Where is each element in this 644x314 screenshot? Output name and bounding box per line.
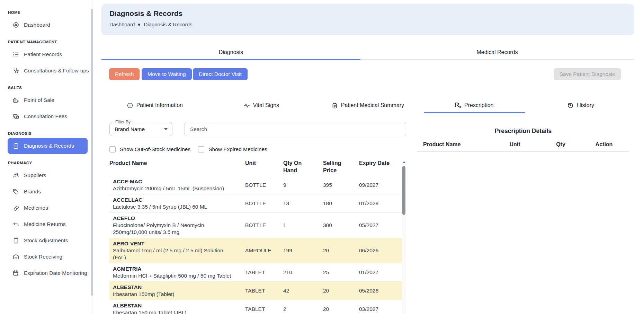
table-row[interactable]: ACEFLO Fluocinolone/ Polymyxin B / Neomy… (109, 213, 402, 238)
stethoscope-icon (12, 67, 19, 74)
tag-icon (12, 188, 19, 195)
sidebar-item-label: Medicines (24, 205, 48, 211)
breadcrumb: Dashboard Diagnosis & Records (109, 21, 634, 27)
rx-icon: Rx (455, 102, 461, 109)
price-cell: 395 (323, 182, 359, 189)
sidebar-item-medicine-returns[interactable]: Medicine Returns (8, 216, 88, 232)
move-to-waiting-button[interactable]: Move to Waiting (142, 68, 192, 80)
product-generic: Irbesartan 150mg (Tablet) (113, 291, 235, 298)
medicine-table-header: Product Name Unit Qty On Hand Selling Pr… (109, 159, 402, 176)
medicine-picker-pane: Filter By Brand Name Show Out-of-Stock M… (109, 122, 406, 314)
sidebar-item-label: Medicine Returns (24, 221, 66, 227)
unit-cell: BOTTLE (245, 222, 283, 229)
price-cell: 380 (323, 222, 359, 229)
sidebar-item-dashboard[interactable]: Dashboard (8, 17, 88, 33)
out-of-stock-checkbox[interactable] (109, 146, 116, 152)
refresh-button[interactable]: Refresh (109, 68, 140, 80)
show-out-of-stock-checkbox-group[interactable]: Show Out-of-Stock Medicines (109, 146, 190, 152)
sidebar-item-consultations[interactable]: Consultations & Follow-ups (8, 63, 88, 79)
table-row[interactable]: ACCE-MAC Azithromycin 200mg / 5mL 15mL (… (109, 176, 402, 194)
search-input[interactable] (185, 122, 406, 136)
history-clock-icon (567, 102, 574, 109)
sidebar-item-stock-adjustments[interactable]: Stock Adjustments (8, 233, 88, 248)
subtab-history[interactable]: History (527, 98, 634, 113)
sidebar-item-diagnosis-records[interactable]: Diagnosis & Records (8, 138, 88, 154)
qty-cell: 13 (283, 200, 323, 207)
show-expired-checkbox-group[interactable]: Show Expired Medicines (198, 146, 267, 152)
sidebar-item-label: Point of Sale (24, 97, 54, 103)
subtab-vital-signs[interactable]: Vital Signs (208, 98, 315, 113)
sidebar-scrollbar[interactable] (91, 0, 93, 314)
sidebar-item-suppliers[interactable]: Suppliers (8, 167, 88, 183)
filter-by-label: Filter By (114, 120, 132, 124)
col-unit: Unit (245, 159, 283, 167)
page-title: Diagnosis & Records (109, 9, 634, 18)
sidebar-item-medicines[interactable]: Medicines (8, 200, 88, 216)
tab-diagnosis[interactable]: Diagnosis (101, 44, 360, 60)
col-qty-on-hand: Qty On Hand (283, 159, 323, 174)
table-row[interactable]: AERO-VENT Salbutamol 1mg / ml (2.5 mg / … (109, 238, 402, 263)
subtab-patient-information[interactable]: Patient Information (101, 98, 208, 113)
calendar-x-icon (12, 270, 19, 277)
unit-cell: TABLET (245, 269, 283, 276)
warehouse-icon (12, 253, 19, 260)
filter-row: Filter By Brand Name (109, 122, 406, 136)
unit-cell: TABLET (245, 306, 283, 313)
unit-cell: BOTTLE (245, 182, 283, 189)
table-row[interactable]: ALBESTAN Irbesartan 150 mg Tablet (JBL) … (109, 300, 402, 314)
checkbox-label: Show Out-of-Stock Medicines (120, 146, 190, 152)
price-cell: 180 (323, 200, 359, 207)
subtab-prescription[interactable]: Rx Prescription (421, 98, 528, 113)
qty-cell: 199 (283, 247, 323, 254)
direct-doctor-visit-button[interactable]: Direct Doctor Visit (193, 68, 248, 80)
product-brand: ACEFLO (113, 215, 235, 222)
product-generic: Lactulose 3.35 / 5ml Syrup (JBL) 60 ML (113, 203, 235, 210)
breadcrumb-dashboard[interactable]: Dashboard (109, 21, 135, 27)
subtab-label: Vital Signs (253, 102, 279, 108)
product-generic: Fluocinolone/ Polymyxin B / Neomycin 250… (113, 222, 235, 236)
clipboard-list-icon (331, 102, 338, 109)
sidebar-item-stock-receiving[interactable]: Stock Receiving (8, 249, 88, 265)
table-row[interactable]: AGMETRIA Metformin HCl + Sitagliptin 500… (109, 263, 402, 282)
sidebar-item-label: Consultations & Follow-ups (24, 68, 89, 74)
sidebar-item-expiration-monitoring[interactable]: Expiration Date Monitoring (8, 265, 88, 281)
product-generic: Irbesartan 150 mg Tablet (JBL) (113, 309, 235, 314)
product-generic: Salbutamol 1mg / ml (2.5 mg / 2.5 ml) So… (113, 247, 235, 261)
return-arrow-icon (12, 221, 19, 228)
expired-checkbox[interactable] (198, 146, 204, 152)
expiry-cell: 06/2026 (359, 247, 402, 254)
info-circle-icon (127, 102, 133, 109)
sidebar-item-patient-records[interactable]: Patient Records (8, 46, 88, 62)
scroll-up-icon[interactable] (402, 161, 406, 163)
qty-cell: 210 (283, 269, 323, 276)
product-brand: ACCELLAC (113, 197, 235, 203)
sidebar-scrollbar-thumb[interactable] (91, 9, 93, 296)
save-patient-diagnosis-button[interactable]: Save Patient Diagnosis (554, 68, 621, 80)
col-qty: Qty (543, 141, 579, 148)
price-cell: 20 (323, 287, 359, 294)
expiry-cell: 01/2027 (359, 269, 402, 276)
expiry-cell: 05/2026 (359, 287, 402, 294)
table-scrollbar[interactable] (402, 159, 406, 314)
product-brand: AGMETRIA (113, 265, 235, 272)
table-scrollbar-thumb[interactable] (402, 166, 405, 215)
sidebar-item-brands[interactable]: Brands (8, 184, 88, 200)
section-label-home: HOME (0, 10, 91, 17)
sidebar-item-label: Patient Records (24, 51, 62, 58)
sidebar-item-consultation-fees[interactable]: Consultation Fees (8, 108, 88, 124)
product-brand: ALBESTAN (113, 284, 235, 291)
tab-medical-records[interactable]: Medical Records (360, 44, 634, 60)
product-brand: ACCE-MAC (113, 178, 235, 185)
patient-records-icon (12, 51, 19, 58)
filter-by-select[interactable]: Filter By Brand Name (109, 122, 172, 136)
sidebar-item-point-of-sale[interactable]: Point of Sale (8, 92, 88, 108)
prescription-details-panel: Prescription Details Product Name Unit Q… (417, 128, 629, 152)
checkbox-row: Show Out-of-Stock Medicines Show Expired… (109, 146, 406, 152)
col-action: Action (579, 141, 629, 148)
table-row[interactable]: ACCELLAC Lactulose 3.35 / 5ml Syrup (JBL… (109, 194, 402, 213)
price-cell: 20 (323, 306, 359, 313)
col-product-name: Product Name (423, 141, 487, 148)
subtab-patient-medical-summary[interactable]: Patient Medical Summary (314, 98, 421, 113)
app-window: HOME Dashboard PATIENT MANAGEMENT Patien… (0, 0, 644, 314)
table-row[interactable]: ALBESTAN Irbesartan 150mg (Tablet) TABLE… (109, 282, 402, 300)
